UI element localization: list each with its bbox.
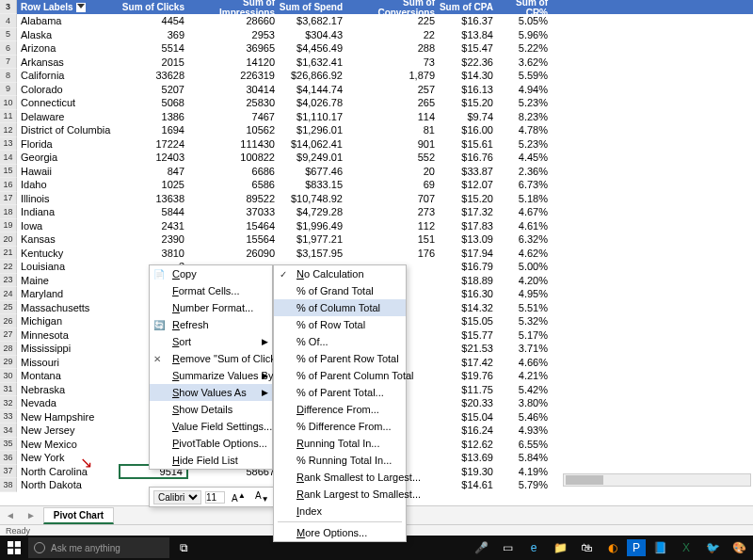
table-row[interactable]: 20Kansas239015564$1,977.21151$13.096.32% (0, 232, 753, 247)
cell-cr[interactable]: 4.66% (497, 357, 552, 368)
cell-cr[interactable]: 4.94% (497, 84, 552, 95)
cell-conversions[interactable]: 112 (346, 220, 439, 232)
table-row[interactable]: 10Connecticut506825830$4,026.78265$15.20… (0, 96, 753, 110)
cell-label[interactable]: Iowa (17, 220, 119, 232)
cell-label[interactable]: Montana (17, 370, 119, 381)
cell-clicks[interactable]: 369 (119, 29, 188, 40)
cell-cr[interactable]: 4.19% (497, 466, 552, 477)
row-number[interactable]: 24 (0, 287, 17, 301)
cell-impressions[interactable]: 15564 (188, 233, 279, 245)
cell-impressions[interactable]: 37033 (188, 206, 279, 217)
cell-spend[interactable]: $1,632.41 (279, 56, 346, 68)
cell-label[interactable]: Nebraska (17, 384, 119, 395)
submenu-item[interactable]: ✓No Calculation (274, 265, 406, 282)
cell-label[interactable]: Nevada (17, 397, 119, 408)
cell-label[interactable]: Alaska (17, 29, 119, 40)
cell-cr[interactable]: 4.93% (497, 424, 552, 436)
cell-conversions[interactable]: 707 (346, 193, 439, 204)
cell-spend[interactable]: $14,062.41 (279, 138, 346, 150)
cell-cpa[interactable]: $21.53 (439, 343, 497, 354)
cell-cr[interactable]: 4.67% (497, 206, 552, 217)
cell-label[interactable]: New Hampshire (17, 411, 119, 423)
cell-spend[interactable]: $1,110.17 (279, 111, 346, 122)
menu-item[interactable]: PivotTable Options... (150, 435, 272, 452)
cell-impressions[interactable]: 36965 (188, 42, 279, 54)
cell-spend[interactable]: $9,249.01 (279, 152, 346, 163)
cell-spend[interactable]: $4,456.49 (279, 42, 346, 54)
table-row[interactable]: 12District of Columbia169410562$1,296.01… (0, 123, 753, 137)
menu-item[interactable]: Show Details (150, 401, 272, 418)
row-number[interactable]: 33 (0, 410, 17, 424)
row-number[interactable]: 15 (0, 165, 17, 179)
cell-label[interactable]: Alabama (17, 15, 119, 26)
cell-spend[interactable]: $26,866.92 (279, 70, 346, 81)
cell-cpa[interactable]: $9.74 (439, 111, 497, 122)
cell-cpa[interactable]: $17.32 (439, 206, 497, 217)
cell-conversions[interactable]: 81 (346, 124, 439, 136)
app-icon-1[interactable]: ◐ (601, 537, 625, 558)
cell-impressions[interactable]: 6586 (188, 179, 279, 190)
excel-icon[interactable]: X (674, 537, 698, 558)
edge-icon[interactable]: e (521, 537, 546, 558)
decrease-font-button[interactable]: A▼ (252, 489, 272, 504)
cell-cpa[interactable]: $17.83 (439, 220, 497, 232)
cell-cpa[interactable]: $15.04 (439, 411, 497, 423)
submenu-item[interactable]: % of Column Total (274, 299, 406, 316)
row-number[interactable]: 7 (0, 56, 17, 70)
table-row[interactable]: 15Hawaii8476686$677.4620$33.872.36% (0, 165, 753, 179)
cell-label[interactable]: Georgia (17, 152, 119, 163)
tab-nav-next-icon[interactable]: ► (21, 510, 41, 520)
cell-label[interactable]: Illinois (17, 193, 119, 204)
menu-item[interactable]: Hide Field List (150, 452, 272, 469)
cell-cr[interactable]: 4.62% (497, 248, 552, 259)
cell-clicks[interactable]: 5068 (119, 97, 188, 108)
cell-label[interactable]: Maine (17, 275, 119, 286)
cell-conversions[interactable]: 69 (346, 179, 439, 190)
cell-cpa[interactable]: $16.30 (439, 288, 497, 299)
cell-cpa[interactable]: $16.76 (439, 152, 497, 163)
cell-conversions[interactable]: 22 (346, 29, 439, 40)
submenu-item[interactable]: % of Row Total (274, 316, 406, 333)
cell-conversions[interactable]: 176 (346, 248, 439, 259)
cell-cpa[interactable]: $11.75 (439, 384, 497, 395)
cell-cpa[interactable]: $16.13 (439, 84, 497, 95)
row-number[interactable]: 31 (0, 383, 17, 397)
submenu-item[interactable]: % Running Total In... (274, 452, 406, 469)
cell-label[interactable]: Arizona (17, 42, 119, 54)
cell-label[interactable]: Mississippi (17, 343, 119, 354)
cell-clicks[interactable]: 13638 (119, 193, 188, 204)
cell-spend[interactable]: $4,729.28 (279, 206, 346, 217)
row-number[interactable]: 12 (0, 123, 17, 137)
cell-spend[interactable]: $4,026.78 (279, 97, 346, 108)
cell-conversions[interactable]: 552 (346, 152, 439, 163)
table-row[interactable]: 11Delaware13867467$1,110.17114$9.748.23% (0, 110, 753, 124)
menu-item[interactable]: ✕Remove "Sum of Clicks" (150, 350, 272, 367)
cell-label[interactable]: Massachusetts (17, 302, 119, 313)
submenu-item[interactable]: Rank Smallest to Largest... (274, 469, 406, 486)
row-number[interactable]: 3 (0, 0, 17, 14)
row-number[interactable]: 5 (0, 28, 17, 42)
row-number[interactable]: 37 (0, 465, 17, 479)
cell-label[interactable]: District of Columbia (17, 124, 119, 136)
cell-cr[interactable]: 5.51% (497, 302, 552, 313)
row-number[interactable]: 14 (0, 151, 17, 165)
app-icon-3[interactable]: 🎨 (727, 537, 751, 558)
cell-clicks[interactable]: 1694 (119, 124, 188, 136)
cell-spend[interactable]: $3,157.95 (279, 248, 346, 259)
cell-impressions[interactable]: 10562 (188, 124, 279, 136)
cell-clicks[interactable]: 1025 (119, 179, 188, 190)
row-number[interactable]: 38 (0, 478, 17, 492)
cell-cpa[interactable]: $15.47 (439, 42, 497, 54)
cell-label[interactable]: North Dakota (17, 479, 119, 490)
cell-impressions[interactable]: 7467 (188, 111, 279, 122)
cell-cpa[interactable]: $17.42 (439, 357, 497, 368)
cell-spend[interactable]: $1,977.21 (279, 233, 346, 245)
cell-cr[interactable]: 5.23% (497, 97, 552, 108)
cell-conversions[interactable]: 901 (346, 138, 439, 150)
cell-clicks[interactable]: 2390 (119, 233, 188, 245)
cell-impressions[interactable]: 100822 (188, 152, 279, 163)
menu-item[interactable]: Number Format... (150, 299, 272, 316)
cell-impressions[interactable]: 15464 (188, 220, 279, 232)
row-number[interactable]: 35 (0, 438, 17, 452)
cell-conversions[interactable]: 1,879 (346, 70, 439, 81)
